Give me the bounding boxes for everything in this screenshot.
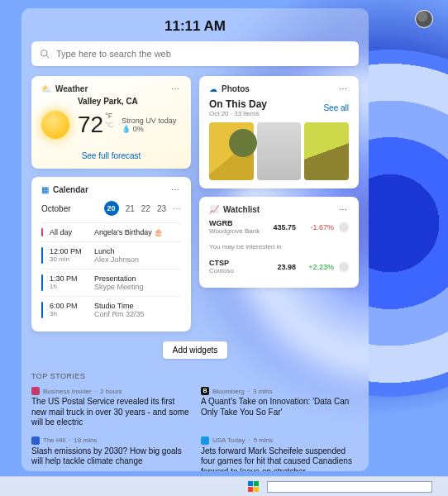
calendar-day[interactable]: 22 xyxy=(141,204,150,213)
watchlist-row[interactable]: CTSP Contoso 23.98 +2.23% xyxy=(209,254,349,279)
top-stories-label: TOP STORIES xyxy=(31,372,359,380)
watchlist-title: Watchlist xyxy=(223,205,260,214)
photos-meta: Oct 20 · 33 items xyxy=(209,110,267,117)
photos-title: Photos xyxy=(222,84,250,93)
calendar-title: Calendar xyxy=(53,185,88,194)
event-subtitle: Alex Johnson xyxy=(94,255,139,264)
sun-icon xyxy=(41,111,69,139)
calendar-today[interactable]: 20 xyxy=(104,201,119,216)
calendar-month: October xyxy=(41,204,98,213)
stock-change: -1.67% xyxy=(301,223,334,231)
widgets-panel: 11:11 AM ⛅ Weather ⋯ Valley Park, CA 72 xyxy=(21,8,369,471)
event-title: Lunch xyxy=(94,247,139,255)
event-time: All day xyxy=(50,228,88,236)
story-age: 2 hours xyxy=(100,388,122,395)
source-name: The Hill xyxy=(43,436,65,444)
news-story[interactable]: Business Insider · 2 hours The US Postal… xyxy=(31,387,189,428)
event-title: Studio Time xyxy=(94,302,145,310)
svg-line-1 xyxy=(46,55,49,58)
event-color-bar xyxy=(41,247,43,264)
event-subtitle: Conf Rm 32/35 xyxy=(94,310,145,318)
photos-widget[interactable]: ☁ Photos ⋯ On This Day Oct 20 · 33 items… xyxy=(199,76,359,188)
stock-company: Woodgrove Bank xyxy=(209,227,260,235)
story-headline: Jets forward Mark Scheifele suspended fo… xyxy=(201,446,359,472)
weather-icon: ⛅ xyxy=(41,84,51,93)
precip-text: 0% xyxy=(133,125,144,133)
weather-widget[interactable]: ⛅ Weather ⋯ Valley Park, CA 72 °F °C xyxy=(31,76,191,169)
calendar-icon: ▦ xyxy=(41,185,49,194)
event-subtitle: Skype Meeting xyxy=(94,283,144,291)
see-full-forecast-link[interactable]: See full forecast xyxy=(82,151,141,160)
calendar-day[interactable]: 23 xyxy=(157,204,166,213)
story-headline: Slash emissions by 2030? How big goals w… xyxy=(31,446,189,467)
search-input[interactable] xyxy=(56,49,350,59)
precip-icon: 💧 xyxy=(122,125,131,133)
calendar-event[interactable]: 1:30 PM1h Presentation Skype Meeting xyxy=(41,269,181,296)
event-time: 12:00 PM30 min xyxy=(50,247,88,264)
stock-price: 23.98 xyxy=(277,263,296,271)
unit-f[interactable]: °F xyxy=(105,112,112,120)
user-avatar[interactable] xyxy=(415,10,433,28)
event-time: 6:00 PM3h xyxy=(50,302,88,318)
story-headline: The US Postal Service revealed its first… xyxy=(31,397,189,428)
photo-thumbnail[interactable] xyxy=(257,122,302,180)
source-icon xyxy=(31,436,40,445)
news-story[interactable]: USA Today · 5 mins Jets forward Mark Sch… xyxy=(201,436,359,472)
photos-see-all-link[interactable]: See all xyxy=(323,103,349,112)
temp-value: 72 xyxy=(78,112,103,138)
unit-c[interactable]: °C xyxy=(105,121,113,129)
photo-thumbnail[interactable] xyxy=(209,122,254,180)
photo-thumbnail[interactable] xyxy=(304,122,349,180)
weather-title: Weather xyxy=(55,84,88,93)
taskbar[interactable] xyxy=(0,476,448,496)
source-name: Bloomberg xyxy=(212,388,245,395)
weather-location: Valley Park, CA xyxy=(78,97,181,106)
watchlist-widget[interactable]: 📈 Watchlist ⋯ WGRB Woodgrove Bank 435.75… xyxy=(199,197,359,288)
calendar-more-button[interactable]: ⋯ xyxy=(171,185,181,194)
stock-symbol: CTSP xyxy=(209,259,234,267)
source-icon xyxy=(201,436,209,445)
source-icon xyxy=(31,387,40,395)
start-button[interactable] xyxy=(248,481,259,492)
event-title: Presentation xyxy=(94,274,144,283)
event-color-bar xyxy=(41,302,43,318)
watchlist-more-button[interactable]: ⋯ xyxy=(339,205,349,214)
calendar-event[interactable]: 12:00 PM30 min Lunch Alex Johnson xyxy=(41,241,181,269)
stock-company: Contoso xyxy=(209,267,234,274)
weather-temp: 72 °F °C xyxy=(78,112,113,138)
story-headline: A Quant's Take on Innovation: 'Data Can … xyxy=(201,397,359,417)
watchlist-suggest-label: You may be interested in xyxy=(209,240,349,254)
add-widgets-button[interactable]: Add widgets xyxy=(163,341,227,359)
stock-price: 435.75 xyxy=(273,223,296,231)
calendar-widget[interactable]: ▦ Calendar ⋯ October 20 21 22 23 ⋯ All d… xyxy=(31,177,191,331)
event-color-bar xyxy=(41,274,43,291)
calendar-more-days[interactable]: ⋯ xyxy=(173,204,181,213)
photos-heading: On This Day xyxy=(209,98,267,110)
clock: 11:11 AM xyxy=(31,15,359,41)
event-title: Angela's Birthday 🎂 xyxy=(94,228,163,236)
calendar-day[interactable]: 21 xyxy=(126,204,135,213)
search-box[interactable] xyxy=(31,41,359,66)
taskbar-segment[interactable] xyxy=(267,481,432,493)
story-age: 5 mins xyxy=(254,436,274,444)
chevron-icon[interactable] xyxy=(339,262,349,272)
photos-icon: ☁ xyxy=(209,84,217,93)
search-icon xyxy=(40,49,50,59)
photos-more-button[interactable]: ⋯ xyxy=(339,84,349,93)
stock-change: +2.23% xyxy=(301,263,334,271)
svg-point-0 xyxy=(41,50,48,57)
source-name: USA Today xyxy=(212,436,245,444)
watchlist-row[interactable]: WGRB Woodgrove Bank 435.75 -1.67% xyxy=(209,214,349,240)
weather-more-button[interactable]: ⋯ xyxy=(171,84,181,93)
news-story[interactable]: The Hill · 18 mins Slash emissions by 20… xyxy=(31,436,189,472)
source-icon: B xyxy=(201,387,209,395)
event-time: 1:30 PM1h xyxy=(50,274,88,291)
stock-symbol: WGRB xyxy=(209,219,260,227)
source-name: Business Insider xyxy=(43,388,92,395)
uv-text: Strong UV today xyxy=(122,117,176,125)
calendar-event[interactable]: All day Angela's Birthday 🎂 xyxy=(41,222,181,241)
story-age: 18 mins xyxy=(74,436,97,444)
news-story[interactable]: B Bloomberg · 3 mins A Quant's Take on I… xyxy=(201,387,359,428)
chevron-icon[interactable] xyxy=(339,222,349,232)
calendar-event[interactable]: 6:00 PM3h Studio Time Conf Rm 32/35 xyxy=(41,296,181,323)
